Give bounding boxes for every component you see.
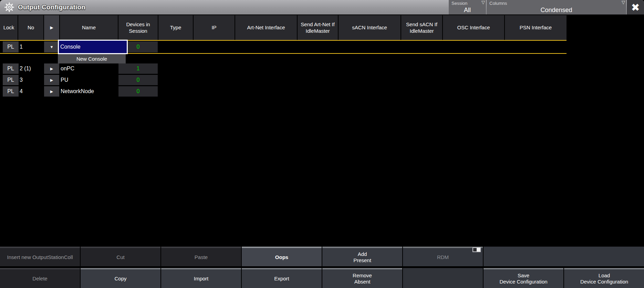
copy-button[interactable]: Copy	[81, 268, 160, 288]
column-header-expander-icon[interactable]: ▶	[44, 15, 59, 40]
name-suggestion-item[interactable]: New Console	[58, 54, 126, 63]
dropdown-triangle-icon: ▽	[622, 0, 625, 5]
delete-button[interactable]: Delete	[0, 268, 80, 288]
titlebar: Output Configuration Session ▽ All Colum…	[0, 0, 644, 14]
column-header-ip[interactable]: IP	[194, 15, 235, 40]
cut-button[interactable]: Cut	[81, 247, 160, 266]
no-cell[interactable]: 2 (1)	[20, 63, 31, 74]
expand-arrow-icon[interactable]: ▶	[44, 86, 59, 97]
column-header-name[interactable]: Name	[60, 15, 118, 40]
oops-button[interactable]: Oops	[242, 247, 322, 266]
devices-in-session-cell[interactable]: 1	[118, 63, 158, 74]
column-header-psn-interface[interactable]: PSN Interface	[505, 15, 567, 40]
add-present-button[interactable]: Add Present	[322, 247, 402, 266]
column-header-artnet-interface[interactable]: Art-Net Interface	[235, 15, 297, 40]
lock-cell[interactable]: PL	[3, 75, 19, 85]
column-header-lock[interactable]: Lock	[0, 15, 18, 40]
lock-cell[interactable]: PL	[3, 63, 19, 74]
name-cell[interactable]: NetworkNode	[61, 86, 94, 97]
name-edit-field[interactable]: Console	[58, 40, 128, 54]
save-device-configuration-button[interactable]: Save Device Configuration	[484, 268, 563, 288]
name-cell[interactable]: onPC	[61, 63, 74, 74]
paste-button[interactable]: Paste	[161, 247, 241, 266]
import-button[interactable]: Import	[161, 268, 241, 288]
rdm-button[interactable]: RDM	[403, 247, 483, 266]
no-cell[interactable]: 1	[20, 41, 23, 52]
session-dropdown[interactable]: Session ▽ All	[449, 0, 486, 14]
column-header-devices-in-session[interactable]: Devices in Session	[118, 15, 158, 40]
gear-icon	[4, 2, 14, 12]
devices-in-session-cell[interactable]: 0	[118, 75, 158, 85]
column-header-send-artnet[interactable]: Send Art-Net If IdleMaster	[298, 15, 338, 40]
column-header-sacn-interface[interactable]: sACN Interface	[339, 15, 401, 40]
columns-dropdown-value: Condensed	[487, 7, 626, 14]
export-button[interactable]: Export	[242, 268, 322, 288]
collapse-arrow-icon[interactable]: ▼	[44, 41, 59, 52]
column-header-send-sacn[interactable]: Send sACN If IdleMaster	[401, 15, 442, 40]
lock-cell[interactable]: PL	[3, 41, 19, 52]
devices-in-session-cell[interactable]: 0	[118, 86, 158, 97]
expand-arrow-icon[interactable]: ▶	[44, 75, 59, 85]
column-header-no[interactable]: No	[18, 15, 43, 40]
session-dropdown-label: Session	[451, 1, 467, 6]
load-device-configuration-button[interactable]: Load Device Configuration	[564, 268, 644, 288]
no-cell[interactable]: 4	[20, 86, 23, 97]
dropdown-triangle-icon: ▽	[481, 0, 485, 5]
window-title: Output Configuration	[18, 0, 85, 14]
session-dropdown-value: All	[449, 7, 486, 14]
swipe-indicator-icon	[472, 247, 481, 252]
close-icon[interactable]: ✖	[627, 0, 644, 14]
empty-button-slot	[403, 268, 483, 288]
name-cell[interactable]: PU	[61, 75, 68, 85]
no-cell[interactable]: 3	[20, 75, 23, 85]
expand-arrow-icon[interactable]: ▶	[44, 63, 59, 74]
remove-absent-button[interactable]: Remove Absent	[322, 268, 402, 288]
insert-new-button[interactable]: Insert new OutputStationColl	[0, 247, 80, 266]
empty-button-slot	[484, 247, 644, 266]
columns-dropdown-label: Columns	[489, 1, 507, 6]
column-header-osc-interface[interactable]: OSC Interface	[443, 15, 504, 40]
lock-cell[interactable]: PL	[3, 86, 19, 97]
columns-dropdown[interactable]: Columns ▽ Condensed	[487, 0, 626, 14]
column-header-type[interactable]: Type	[158, 15, 193, 40]
